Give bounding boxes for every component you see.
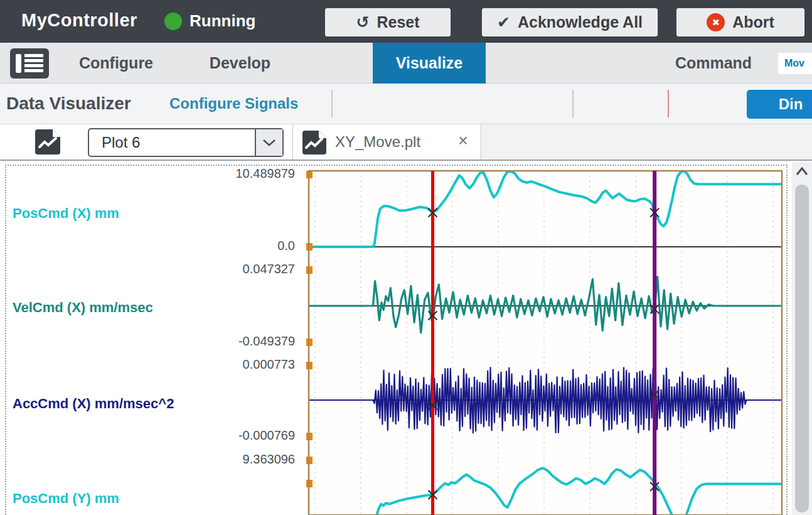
toolbar-divider — [331, 90, 333, 117]
plot-document-icon — [300, 128, 329, 160]
axis-value-label: -0.049379 — [151, 334, 295, 349]
signal-label: PosCmd (Y) mm — [13, 491, 119, 507]
axis-value-label: 0.000773 — [151, 357, 295, 372]
document-tab[interactable]: XY_Move.plt — [335, 124, 420, 160]
menu-panel-icon[interactable] — [10, 48, 49, 81]
close-icon[interactable]: × — [453, 131, 473, 153]
app-window: MyController Running ↺ Reset ✔ Acknowled… — [0, 0, 812, 515]
abort-button[interactable]: ✖ Abort — [676, 8, 804, 36]
plot-select-value: Plot 6 — [89, 129, 255, 156]
scroll-up-icon[interactable] — [792, 163, 812, 182]
reset-button[interactable]: ↺ Reset — [325, 8, 451, 36]
abort-icon: ✖ — [707, 13, 725, 31]
controller-name: MyController — [21, 10, 137, 31]
plot-file-icon — [33, 127, 63, 160]
axis-value-label: 0.047327 — [151, 262, 295, 276]
axis-value-label: 0.0 — [151, 239, 295, 253]
vertical-scrollbar — [792, 162, 812, 515]
configure-signals-link[interactable]: Configure Signals — [169, 84, 298, 124]
tab-divider — [292, 124, 293, 160]
toolbar-title: Data Visualizer — [6, 84, 131, 124]
signal-label: PosCmd (X) mm — [13, 205, 119, 222]
tab-visualize[interactable]: Visualize — [373, 43, 486, 84]
panel-border — [786, 165, 788, 515]
tab-strip-empty — [481, 124, 812, 160]
scrollbar-thumb[interactable] — [795, 185, 809, 512]
reset-icon: ↺ — [356, 14, 369, 30]
toolbar-divider — [572, 90, 574, 117]
panel-border — [5, 165, 6, 515]
status-dot-icon — [164, 13, 182, 30]
data-visualizer-toolbar: Data Visualizer Configure Signals 1 n — [0, 84, 812, 124]
top-bar: MyController Running ↺ Reset ✔ Acknowled… — [0, 0, 812, 43]
status-label: Running — [190, 11, 255, 31]
plot-select-dropdown[interactable]: Plot 6 — [88, 128, 284, 157]
chevron-down-icon[interactable] — [255, 129, 282, 156]
tab-configure[interactable]: Configure — [75, 43, 157, 84]
plot-selector-bar: Plot 6 XY_Move.plt × — [0, 124, 812, 161]
move-panel-button[interactable]: Mov — [778, 53, 812, 74]
axis-value-label: 10.489879 — [151, 166, 295, 181]
tab-command[interactable]: Command — [670, 43, 757, 84]
axis-value-label: 9.363096 — [151, 452, 295, 467]
check-icon: ✔ — [497, 14, 510, 30]
tab-develop[interactable]: Develop — [201, 43, 279, 84]
signal-label: AccCmd (X) mm/msec^2 — [13, 396, 174, 412]
acknowledge-all-button[interactable]: ✔ Acknowledge All — [482, 8, 658, 36]
visualizer-area: PosCmd (X) mm10.4898790.0VelCmd (X) mm/m… — [0, 162, 812, 515]
clipped-action-button[interactable]: Din — [747, 90, 812, 119]
toolbar-divider-red — [668, 90, 669, 117]
signal-label: VelCmd (X) mm/msec — [13, 300, 153, 316]
axis-value-label: -0.000769 — [151, 428, 295, 443]
strip-chart[interactable] — [305, 162, 786, 515]
ribbon-tab-bar: Configure Develop Visualize Command Mov — [0, 43, 812, 84]
